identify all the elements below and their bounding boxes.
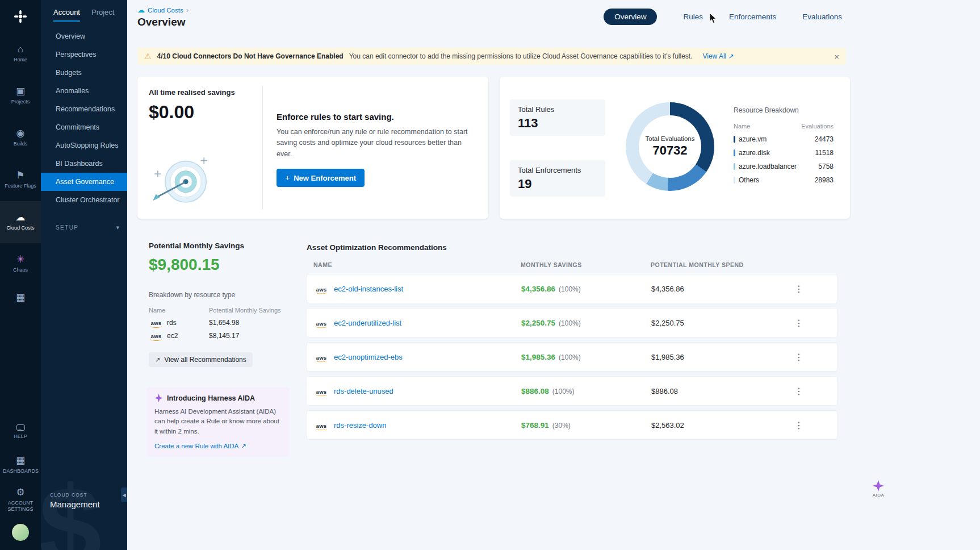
breadcrumb-chevron-icon: › xyxy=(186,6,189,14)
aws-icon: aws xyxy=(314,423,329,429)
legend-swatch xyxy=(734,163,735,170)
new-enforcement-button[interactable]: + New Enforcement xyxy=(277,169,365,187)
recommendation-link[interactable]: ec2-underutilized-list xyxy=(334,319,401,327)
aida-sparkle-icon xyxy=(873,480,884,491)
table-row: aws rds-resize-down $768.91(30%) $2,563.… xyxy=(307,410,837,440)
create-rule-with-aida-link[interactable]: Create a new Rule with AIDA ↗ xyxy=(154,442,246,450)
view-all-recommendations-button[interactable]: ↗ View all Recommendations xyxy=(149,352,253,367)
cta-body: You can enforce/run any rule or rule rec… xyxy=(277,127,476,160)
sidebar-nav-list: Overview Perspectives Budgets Anomalies … xyxy=(41,27,127,209)
sidebar-collapse-handle[interactable]: ◀ xyxy=(121,488,127,502)
module-name-big: Management xyxy=(50,499,100,509)
recommendation-link[interactable]: ec2-unoptimized-ebs xyxy=(334,353,403,361)
sidebar-item-asset-governance[interactable]: Asset Governance xyxy=(41,173,127,191)
account-settings-icon: ⚙ xyxy=(16,488,24,497)
main-content: ☁ Cloud Costs › Overview Overview Rules … xyxy=(127,0,980,550)
sidebar-item-commitments[interactable]: Commitments xyxy=(41,118,127,136)
potential-savings-value: $9,800.15 xyxy=(149,256,283,274)
sidebar-item-autostopping-rules[interactable]: AutoStopping Rules xyxy=(41,136,127,155)
module-name-small: CLOUD COST xyxy=(50,492,100,498)
total-rules-label: Total Rules xyxy=(518,105,597,114)
breadcrumb-cloud-costs-link[interactable]: Cloud Costs xyxy=(148,7,183,14)
rail-label: ACCOUNT SETTINGS xyxy=(3,500,38,513)
banner-close-icon[interactable]: × xyxy=(834,52,839,61)
legend-title: Resource Breakdown xyxy=(734,106,834,114)
row-menu-kebab-icon[interactable]: ⋮ xyxy=(791,384,807,399)
aida-fab[interactable]: AIDA xyxy=(869,480,888,498)
rail-item-account-settings[interactable]: ⚙ ACCOUNT SETTINGS xyxy=(0,482,41,518)
rail-item-builds[interactable]: ◉ Builds xyxy=(0,117,41,159)
banner-view-all-link[interactable]: View All ↗ xyxy=(702,52,734,60)
row-menu-kebab-icon[interactable]: ⋮ xyxy=(791,281,807,297)
rail-label: Projects xyxy=(11,99,30,105)
tab-overview[interactable]: Overview xyxy=(604,9,657,25)
module-rail: ⌂ Home ▣ Projects ◉ Builds ⚑ Feature Fla… xyxy=(0,0,41,550)
total-rules-stat: Total Rules 113 xyxy=(510,99,605,136)
legend-col-name: Name xyxy=(734,123,750,130)
tab-evaluations[interactable]: Evaluations xyxy=(802,13,842,21)
recommendation-link[interactable]: rds-resize-down xyxy=(334,421,386,430)
table-row: aws rds-delete-unused $886.08(100%) $886… xyxy=(307,376,837,406)
user-avatar[interactable] xyxy=(12,524,29,541)
plus-icon: + xyxy=(285,173,290,182)
rail-label: Cloud Costs xyxy=(6,225,34,231)
external-link-icon: ↗ xyxy=(241,442,246,450)
tab-account[interactable]: Account xyxy=(53,8,80,22)
sidebar-item-perspectives[interactable]: Perspectives xyxy=(41,45,127,64)
legend-swatch xyxy=(734,136,735,143)
breakdown-row: awsrds $1,654.98 xyxy=(149,319,283,327)
tab-project[interactable]: Project xyxy=(91,8,114,22)
sidebar-item-budgets[interactable]: Budgets xyxy=(41,64,127,82)
rail-label: HELP xyxy=(14,434,27,440)
breakdown-label: Breakdown by resource type xyxy=(149,291,283,299)
row-menu-kebab-icon[interactable]: ⋮ xyxy=(791,315,807,331)
recommendations-table-header: NAME MONTHLY SAVINGS POTENTIAL MONTHLY S… xyxy=(307,261,837,274)
sidebar-item-cluster-orchestrator[interactable]: Cluster Orchestrator xyxy=(41,191,127,209)
aida-promo-card: Introducing Harness AIDA Harness AI Deve… xyxy=(146,387,290,457)
home-icon: ⌂ xyxy=(18,44,23,54)
external-link-icon: ↗ xyxy=(728,52,734,60)
rail-item-dashboards[interactable]: ▦ DASHBOARDS xyxy=(0,449,41,482)
total-enforcements-value: 19 xyxy=(518,177,597,191)
app-root: ⌂ Home ▣ Projects ◉ Builds ⚑ Feature Fla… xyxy=(0,0,980,550)
dashboards-icon: ▦ xyxy=(16,456,25,465)
rail-item-feature-flags[interactable]: ⚑ Feature Flags xyxy=(0,159,41,201)
rail-item-projects[interactable]: ▣ Projects xyxy=(0,75,41,117)
sidebar-item-overview[interactable]: Overview xyxy=(41,27,127,45)
sidebar-item-anomalies[interactable]: Anomalies xyxy=(41,82,127,100)
legend-row: azure.vm 24473 xyxy=(734,135,834,143)
cloud-icon: ☁ xyxy=(16,213,26,222)
sidebar-setup-toggle[interactable]: SETUP ▾ xyxy=(41,220,127,235)
banner-title: 4/10 Cloud Connectors Do Not Have Govern… xyxy=(157,52,344,60)
aws-icon: aws xyxy=(314,320,329,327)
rail-item-help[interactable]: HELP xyxy=(0,416,41,449)
aws-icon: aws xyxy=(314,355,329,361)
breadcrumb: ☁ Cloud Costs › xyxy=(137,6,189,14)
asset-optimization-title: Asset Optimization Recommendations xyxy=(307,243,837,252)
table-row: aws ec2-old-instances-list $4,356.86(100… xyxy=(307,274,837,303)
table-row: aws ec2-underutilized-list $2,250.75(100… xyxy=(307,308,837,338)
rail-item-chaos[interactable]: ✳ Chaos xyxy=(0,243,41,285)
tab-enforcements[interactable]: Enforcements xyxy=(729,13,776,21)
grid-icon: ▦ xyxy=(16,293,25,302)
total-rules-value: 113 xyxy=(518,116,597,131)
row-menu-kebab-icon[interactable]: ⋮ xyxy=(791,349,807,365)
warning-icon: ⚠ xyxy=(144,52,152,61)
dartboard-illustration xyxy=(148,153,215,214)
cloud-costs-module-icon: ☁ xyxy=(137,6,145,14)
harness-logo-icon[interactable] xyxy=(14,0,27,33)
tab-rules[interactable]: Rules xyxy=(683,13,703,21)
sidebar-item-bi-dashboards[interactable]: BI Dashboards xyxy=(41,155,127,173)
aida-fab-label: AIDA xyxy=(873,493,884,498)
donut-center-value: 70732 xyxy=(652,143,687,158)
aws-icon: aws xyxy=(149,333,164,339)
sidebar-item-recommendations[interactable]: Recommendations xyxy=(41,100,127,118)
row-menu-kebab-icon[interactable]: ⋮ xyxy=(791,418,807,433)
recommendation-link[interactable]: rds-delete-unused xyxy=(334,387,393,395)
module-name: CLOUD COST Management xyxy=(50,492,100,509)
recommendation-link[interactable]: ec2-old-instances-list xyxy=(334,285,403,293)
rail-item-home[interactable]: ⌂ Home xyxy=(0,33,41,75)
legend-header: Name Evaluations xyxy=(734,123,834,130)
module-picker[interactable]: ▦ xyxy=(0,285,41,309)
rail-item-cloud-costs[interactable]: ☁ Cloud Costs xyxy=(0,201,41,243)
